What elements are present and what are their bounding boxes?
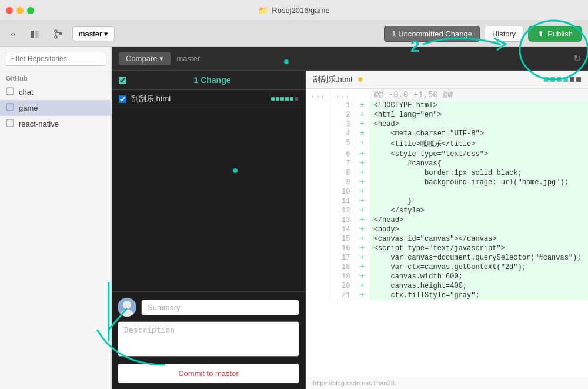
back-forward-button[interactable]: ‹ ›: [6, 27, 21, 41]
right-num: 12: [330, 206, 355, 215]
compare-button[interactable]: Compare ▾: [119, 52, 171, 65]
history-button[interactable]: History: [485, 26, 523, 42]
branch-history-button[interactable]: [49, 27, 68, 41]
diff-line-2: 2 + <html lang="en">: [306, 110, 588, 119]
add-marker: +: [355, 197, 369, 206]
line-content: <head>: [369, 119, 588, 129]
file-checkbox[interactable]: [119, 95, 126, 103]
line-content: </style>: [369, 206, 588, 215]
diff-header: 刮刮乐.html: [306, 71, 588, 89]
close-button[interactable]: [6, 7, 13, 14]
line-content: var canvas=document.querySelector("#canv…: [369, 253, 588, 262]
right-num: 15: [330, 234, 355, 244]
status-dot: [290, 97, 293, 101]
add-marker: +: [355, 253, 369, 262]
avatar-image: [118, 298, 136, 317]
publish-icon: ⬆: [537, 29, 544, 38]
dot-3: [557, 77, 562, 82]
file-status-dots: [271, 97, 298, 101]
sidebar-item-label: game: [19, 104, 38, 112]
right-num: 3: [330, 119, 355, 129]
main-container: GitHub chat game react-native: [0, 47, 588, 389]
branch-icon: [54, 29, 63, 39]
maximize-button[interactable]: [27, 7, 34, 14]
status-dot: [295, 97, 298, 101]
add-marker: +: [355, 129, 369, 138]
right-line-num: ...: [330, 89, 355, 101]
sidebar: GitHub chat game react-native: [0, 47, 112, 389]
line-content: border:1px solid black;: [369, 168, 588, 178]
diff-line-9: 9 + background-image: url("home.jpg");: [306, 178, 588, 187]
diff-line-7: 7 + #canvas{: [306, 159, 588, 168]
right-num: 2: [330, 110, 355, 119]
diff-line-21: 21 + ctx.fillStyle="gray";: [306, 291, 588, 300]
right-num: 9: [330, 178, 355, 187]
diff-line-6: 6 + <style type="text/css">: [306, 149, 588, 159]
line-content: [369, 187, 588, 197]
right-num: 5: [330, 138, 355, 149]
branch-selector[interactable]: master ▾: [72, 26, 115, 41]
diff-line-11: 11 + }: [306, 197, 588, 206]
line-content: ctx.fillStyle="gray";: [369, 291, 588, 300]
add-marker: +: [355, 149, 369, 159]
sidebar-item-game[interactable]: game: [0, 100, 111, 116]
left-num: [306, 129, 330, 138]
content-area: Compare ▾ master ↻ 1 Change 刮: [112, 47, 588, 389]
change-count: 1 Change: [126, 75, 298, 85]
right-num: 13: [330, 215, 355, 225]
line-marker: [355, 89, 369, 101]
layout-icon: [30, 29, 39, 39]
avatar: [118, 298, 136, 317]
left-num: [306, 159, 330, 168]
diff-filename: 刮刮乐.html: [313, 74, 352, 85]
history-label: History: [492, 29, 516, 38]
add-marker: +: [355, 291, 369, 300]
diff-line-3: 3 + <head>: [306, 119, 588, 129]
publish-button[interactable]: ⬆ Publish: [528, 26, 582, 42]
line-content: <title>呱呱乐</title>: [369, 138, 588, 149]
sidebar-item-chat[interactable]: chat: [0, 84, 111, 100]
svg-rect-8: [6, 119, 14, 127]
compare-dropdown-icon: ▾: [159, 54, 163, 63]
add-marker: +: [355, 159, 369, 168]
status-dot: [271, 97, 275, 101]
game-repo-icon: [6, 103, 14, 113]
compare-bar: Compare ▾ master ↻: [112, 47, 588, 71]
right-num: 20: [330, 281, 355, 291]
left-num: [306, 215, 330, 225]
diff-ellipsis-row: ... ... @@ -0,0 +1,50 @@: [306, 89, 588, 101]
description-textarea[interactable]: [118, 321, 299, 357]
summary-input[interactable]: [141, 300, 299, 315]
add-marker: +: [355, 187, 369, 197]
diff-line-4: 4 + <meta charset="UTF-8">: [306, 129, 588, 138]
diff-line-5: 5 + <title>呱呱乐</title>: [306, 138, 588, 149]
add-marker: +: [355, 119, 369, 129]
line-content: <script type="text/javascript">: [369, 244, 588, 253]
folder-icon: 📁: [258, 6, 268, 15]
filter-input[interactable]: [5, 52, 106, 66]
filter-section: [0, 47, 111, 71]
uncommitted-changes-button[interactable]: 1 Uncommitted Change: [384, 26, 480, 42]
right-num: 16: [330, 244, 355, 253]
left-num: [306, 168, 330, 178]
select-all-checkbox[interactable]: [119, 77, 126, 84]
commit-button[interactable]: Commit to master: [118, 364, 299, 383]
line-content: var ctx=canvas.getContext("2d");: [369, 262, 588, 272]
file-list-item[interactable]: 刮刮乐.html: [112, 90, 305, 108]
layout-toggle-button[interactable]: [25, 27, 44, 41]
svg-rect-7: [6, 104, 14, 111]
dot-1: [544, 77, 549, 82]
line-content: <canvas id="canvas"></canvas>: [369, 234, 588, 244]
left-num: [306, 110, 330, 119]
add-marker: +: [355, 101, 369, 110]
diff-line-12: 12 + </style>: [306, 206, 588, 215]
sidebar-item-react-native[interactable]: react-native: [0, 116, 111, 132]
right-num: 19: [330, 272, 355, 281]
left-num: [306, 244, 330, 253]
minimize-button[interactable]: [16, 7, 24, 14]
right-num: 11: [330, 197, 355, 206]
left-num: [306, 187, 330, 197]
add-marker: +: [355, 206, 369, 215]
sync-icon[interactable]: ↻: [573, 53, 581, 64]
right-num: 18: [330, 262, 355, 272]
